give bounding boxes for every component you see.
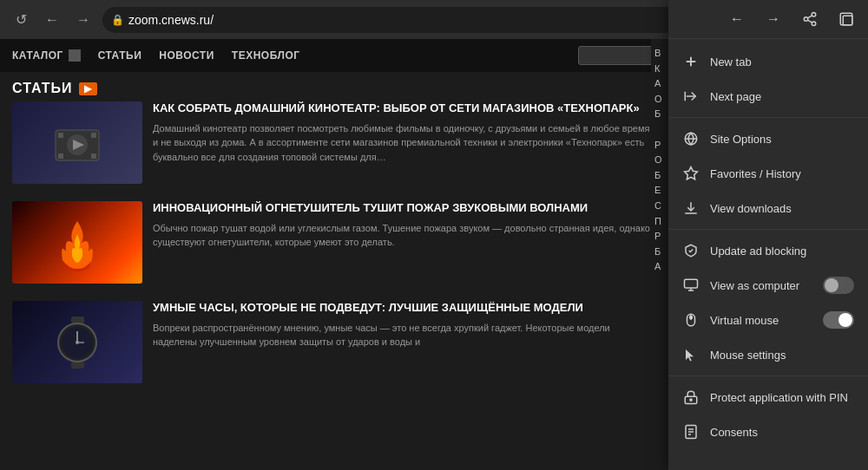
new-tab-icon <box>683 54 699 69</box>
menu-item-site-options[interactable]: Site Options <box>668 121 868 156</box>
menu-back-button[interactable]: ← <box>724 6 750 32</box>
menu-forward-button[interactable]: → <box>760 6 786 32</box>
view-computer-toggle[interactable] <box>823 277 854 294</box>
svg-rect-6 <box>91 153 96 159</box>
article-text-3: Вопреки распространённому мнению, умные … <box>153 321 656 349</box>
dropdown-menu: ← → New tab <box>668 0 868 470</box>
menu-share-button[interactable] <box>797 6 823 32</box>
menu-item-downloads[interactable]: View downloads <box>668 191 868 225</box>
right-content-text: ВКАОБРОБЕСПРБА <box>651 39 668 282</box>
svg-rect-5 <box>58 153 63 159</box>
article-content-2: ИННОВАЦИОННЫЙ ОГНЕТУШИТЕЛЬ ТУШИТ ПОЖАР З… <box>153 201 656 250</box>
back-button[interactable]: ← <box>40 8 64 32</box>
thumb-fire <box>12 201 142 284</box>
right-partial: ВКАОБРОБЕСПРБА <box>651 39 668 470</box>
favorites-icon <box>683 166 699 181</box>
watch-icon <box>54 312 102 373</box>
star-icon <box>682 165 700 182</box>
svg-rect-29 <box>685 279 698 288</box>
svg-rect-21 <box>843 16 852 25</box>
consents-icon <box>683 424 699 440</box>
svg-line-19 <box>807 16 812 18</box>
svg-rect-3 <box>58 133 63 138</box>
mouse-settings-icon <box>683 347 699 362</box>
menu-top-bar: ← → <box>668 0 868 39</box>
menu-items-container: New tab Next page Site Options <box>668 39 868 470</box>
next-page-icon <box>682 88 700 105</box>
svg-marker-27 <box>685 167 698 180</box>
article-thumb-2 <box>12 201 142 284</box>
virtual-mouse-icon <box>683 312 699 328</box>
share-icon <box>802 11 818 27</box>
website-content: КАТАЛОГ СТАТЬИ НОВОСТИ ТЕХНОБЛОГ СТАТЬИ … <box>0 39 668 470</box>
article-thumb-3 <box>12 301 142 383</box>
svg-rect-9 <box>71 362 84 369</box>
nav-item-techblog[interactable]: ТЕХНОБЛОГ <box>232 49 300 62</box>
nav-item-catalog[interactable]: КАТАЛОГ <box>12 49 81 62</box>
svg-rect-8 <box>71 317 84 323</box>
view-downloads-label: View downloads <box>710 202 854 215</box>
section-title: СТАТЬИ ▶ <box>0 72 668 101</box>
article-title-2: ИННОВАЦИОННЫЙ ОГНЕТУШИТЕЛЬ ТУШИТ ПОЖАР З… <box>153 201 656 216</box>
download-icon <box>682 199 700 217</box>
nav-item-articles[interactable]: СТАТЬИ <box>98 49 142 62</box>
fire-icon <box>56 212 99 273</box>
virtual-mouse-toggle[interactable] <box>823 311 854 329</box>
ad-blocking-icon <box>683 243 699 258</box>
monitor-icon <box>682 277 700 294</box>
divider-2 <box>668 229 868 230</box>
next-page-label: Next page <box>710 90 854 103</box>
thumb-cinema <box>12 101 142 184</box>
svg-line-18 <box>807 20 812 23</box>
site-options-label: Site Options <box>710 133 854 146</box>
site-search-bar[interactable] <box>578 46 656 65</box>
article-text-1: Домашний кинотеатр позволяет посмотреть … <box>153 121 656 165</box>
menu-item-protect-pin[interactable]: Protect application with PIN <box>668 380 868 415</box>
protect-pin-label: Protect application with PIN <box>710 391 854 404</box>
article-title-1: КАК СОБРАТЬ ДОМАШНИЙ КИНОТЕАТР: ВЫБОР ОТ… <box>153 101 656 116</box>
svg-rect-4 <box>91 133 96 138</box>
svg-point-36 <box>690 399 692 401</box>
downloads-icon <box>683 200 699 216</box>
mouse-icon <box>682 311 700 329</box>
site-nav: КАТАЛОГ СТАТЬИ НОВОСТИ ТЕХНОБЛОГ <box>0 39 668 72</box>
divider-3 <box>668 375 868 376</box>
menu-item-virtual-mouse[interactable]: Virtual mouse <box>668 303 868 337</box>
plus-icon <box>682 53 700 70</box>
article-item[interactable]: КАК СОБРАТЬ ДОМАШНИЙ КИНОТЕАТР: ВЫБОР ОТ… <box>12 101 656 184</box>
menu-item-ad-blocking[interactable]: Update ad blocking <box>668 233 868 268</box>
article-thumb-1 <box>12 101 142 184</box>
svg-point-15 <box>812 13 816 17</box>
menu-tabs-button[interactable] <box>833 6 859 32</box>
menu-item-favorites[interactable]: Favorites / History <box>668 156 868 191</box>
favorites-label: Favorites / History <box>710 167 854 180</box>
article-item[interactable]: ИННОВАЦИОННЫЙ ОГНЕТУШИТЕЛЬ ТУШИТ ПОЖАР З… <box>12 201 656 284</box>
mouse-settings-label: Mouse settings <box>710 349 854 362</box>
virtual-mouse-label: Virtual mouse <box>710 314 812 327</box>
computer-icon <box>683 277 699 293</box>
tabs-icon <box>838 11 854 27</box>
cursor-icon <box>682 346 700 363</box>
menu-item-next-page[interactable]: Next page <box>668 79 868 114</box>
menu-item-consents[interactable]: Consents <box>668 415 868 449</box>
article-title-3: УМНЫЕ ЧАСЫ, КОТОРЫЕ НЕ ПОДВЕДУТ: ЛУЧШИЕ … <box>153 301 656 316</box>
svg-point-17 <box>812 22 816 26</box>
document-icon <box>682 423 700 441</box>
thumb-watch <box>12 301 142 383</box>
cinema-icon <box>51 117 103 169</box>
site-options-icon <box>683 131 699 147</box>
lock-icon-menu <box>682 388 700 406</box>
articles-list: КАК СОБРАТЬ ДОМАШНИЙ КИНОТЕАТР: ВЫБОР ОТ… <box>0 101 668 401</box>
article-item[interactable]: УМНЫЕ ЧАСЫ, КОТОРЫЕ НЕ ПОДВЕДУТ: ЛУЧШИЕ … <box>12 301 656 383</box>
nav-item-news[interactable]: НОВОСТИ <box>159 49 214 62</box>
forward-button[interactable]: → <box>71 8 95 32</box>
consents-label: Consents <box>710 426 854 439</box>
svg-point-16 <box>804 17 808 22</box>
new-tab-label: New tab <box>710 55 854 69</box>
nav-icon-catalog <box>69 49 81 62</box>
ad-blocking-label: Update ad blocking <box>710 245 854 258</box>
refresh-button[interactable]: ↺ <box>9 8 33 32</box>
menu-item-view-computer[interactable]: View as computer <box>668 268 868 303</box>
menu-item-mouse-settings[interactable]: Mouse settings <box>668 337 868 372</box>
menu-item-new-tab[interactable]: New tab <box>668 44 868 79</box>
